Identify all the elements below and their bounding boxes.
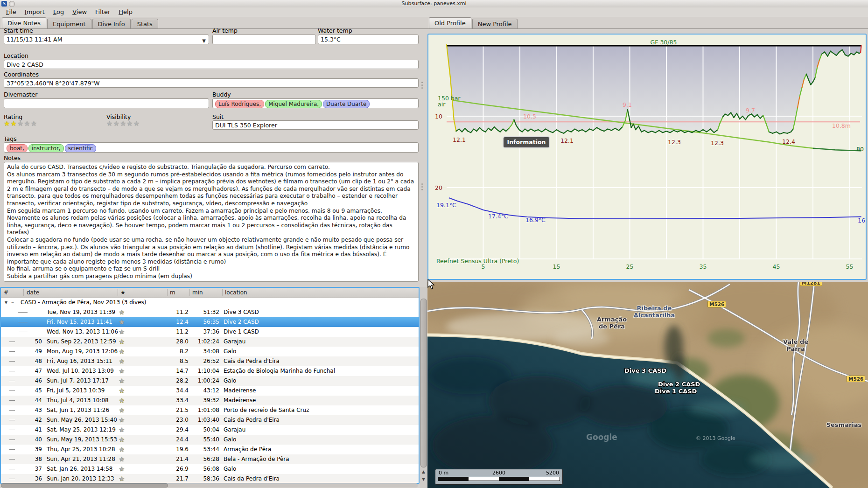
dive-site-label: Dive 1 CASD <box>655 388 697 395</box>
dive-row[interactable]: Tue, Nov 19, 2013 11:39★★★★★11.251:32Div… <box>1 307 419 317</box>
air-temp-input[interactable] <box>212 35 316 44</box>
dive-date: Mon, Aug 19, 2013 12:06 <box>47 347 118 356</box>
dive-location: Armação de Pêra <box>224 445 271 454</box>
svg-text:12.4: 12.4 <box>782 138 795 145</box>
coordinates-input[interactable]: 37°05'23.460"N 8°20'47.879"W <box>4 78 419 88</box>
svg-text:GF 30/85: GF 30/85 <box>651 39 677 46</box>
hscrollbar-thumb[interactable] <box>1 483 168 488</box>
col-depth[interactable]: m <box>170 288 175 297</box>
dive-site-map[interactable]: Google © 2013 Google 0 m 2600 5200 Armaç… <box>427 282 868 488</box>
dive-row[interactable]: 47Wed, Jul 10, 2013 13:09★★★★★14.71:10:0… <box>1 366 419 376</box>
dive-row[interactable]: 48Fri, Aug 16, 2013 15:11★★★★★8.526:52Ca… <box>1 356 419 366</box>
dive-date: Sat, Jun 1, 2013 11:26 <box>47 405 109 415</box>
col-location[interactable]: location <box>225 288 247 297</box>
dive-row[interactable]: 38Sun, Apr 21, 2013 11:28★★★★★21.456:28B… <box>1 454 419 464</box>
dive-row[interactable]: 46Sun, Jul 7, 2013 17:17★★★★★28.21:00:24… <box>1 376 419 386</box>
dive-row[interactable]: 44Thu, Jul 4, 2013 10:08★★★★★33.439:32Ma… <box>1 396 419 405</box>
dive-number: 46 <box>1 376 42 386</box>
dive-trip-group-row[interactable]: ▾ – CASD - Armação de Pêra, Nov 2013 (3 … <box>1 298 419 307</box>
dive-depth: 21.7 <box>167 474 189 484</box>
dive-row[interactable]: 40Sun, May 19, 2013 15:53★★★★★24.455:40G… <box>1 435 419 445</box>
dive-site-label: Dive 3 CASD <box>624 367 666 374</box>
col-date[interactable]: date <box>27 288 39 297</box>
dive-date: Sun, May 26, 2013 15:40 <box>47 415 117 425</box>
dive-row[interactable]: 41Sat, May 25, 2013 12:19★★★★★29.450:04G… <box>1 425 419 435</box>
air-temp-label: Air temp <box>212 27 238 34</box>
dive-depth: 21.5 <box>167 405 189 415</box>
menu-import[interactable]: Import <box>21 7 49 17</box>
rating-stars[interactable]: ★★★★★ <box>4 119 37 128</box>
star-icon: ★ <box>119 464 125 474</box>
map-place-label: Sesmarias <box>822 421 866 428</box>
location-input[interactable]: Dive 2 CASD <box>4 60 419 69</box>
dive-row[interactable]: 45Fri, Jul 5, 2013 10:39★★★★★34.443:12Ma… <box>1 386 419 396</box>
splitter-handle[interactable] <box>421 80 423 91</box>
menu-help[interactable]: Help <box>114 7 137 17</box>
dive-location: Garajau <box>224 337 245 347</box>
dive-row[interactable]: 42Sun, May 26, 2013 15:40★★★★★23.01:03:4… <box>1 415 419 425</box>
menu-filter[interactable]: Filter <box>91 7 114 17</box>
tab-stats[interactable]: Stats <box>132 19 158 28</box>
chevron-down-icon: ▼ <box>202 36 206 44</box>
col-num[interactable]: # <box>4 288 8 297</box>
tab-dive-info[interactable]: Dive Info <box>92 19 131 28</box>
dive-profile-chart[interactable]: GF 30/85150 barair102012.110.512.19.112.… <box>427 34 867 280</box>
menu-view[interactable]: View <box>68 7 91 17</box>
suit-input[interactable]: DUI TLS 350 Explorer <box>212 120 419 130</box>
visibility-stars[interactable]: ★★★★★ <box>106 119 140 128</box>
star-icon: ★ <box>119 356 125 366</box>
svg-text:35: 35 <box>700 263 707 270</box>
svg-text:Reefnet Sensus Ultra (Preto): Reefnet Sensus Ultra (Preto) <box>436 258 519 265</box>
tags-label: Tags <box>4 135 17 142</box>
dive-list[interactable]: # date ★ m min location ▾ – CASD - Armaç… <box>0 287 420 484</box>
dive-list-header[interactable]: # date ★ m min location <box>1 288 419 298</box>
start-time-combo[interactable]: 11/15/13 11:41 AM ▼ <box>4 35 209 44</box>
dive-location: Madeirense <box>224 396 256 405</box>
title-bar[interactable]: S Subsurface: paneves.xml <box>0 0 868 8</box>
dive-row[interactable]: Fri, Nov 15, 2013 11:41★★★★★12.456:35Div… <box>1 317 419 327</box>
star-icon: ★ <box>17 119 23 128</box>
dive-date: Sat, Jan 26, 2013 14:58 <box>47 464 112 474</box>
tags-input[interactable]: boat,instructor,scientific <box>4 142 419 153</box>
dive-date: Fri, Jul 5, 2013 10:39 <box>47 386 105 396</box>
dive-date: Fri, Nov 15, 2013 11:41 <box>47 317 112 327</box>
dive-location: Dive 3 CASD <box>224 307 259 317</box>
coordinates-label: Coordinates <box>4 71 39 78</box>
dive-location: Galo <box>224 376 236 386</box>
menu-log[interactable]: Log <box>49 7 68 17</box>
water-temp-input[interactable]: 15.3°C <box>318 35 419 44</box>
tab-equipment[interactable]: Equipment <box>47 19 91 28</box>
dive-row[interactable]: 37Sat, Jan 26, 2013 14:58★★★★★26.956:08G… <box>1 464 419 474</box>
dive-row[interactable]: 39Thu, Apr 25, 2013 10:28★★★★★19.653:44A… <box>1 445 419 454</box>
road-badge: M526 <box>707 301 726 307</box>
svg-text:16: 16 <box>858 217 865 224</box>
buddy-pill: Miguel Madureira, <box>265 100 322 108</box>
splitter-handle[interactable] <box>421 182 423 193</box>
dive-row[interactable]: 49Mon, Aug 19, 2013 12:06★★★★★8.234:08Ga… <box>1 347 419 356</box>
scroll-down-icon[interactable]: ▼ <box>420 476 427 483</box>
map-scale-bar: 0 m 2600 5200 <box>435 469 563 485</box>
menu-file[interactable]: File <box>2 7 21 17</box>
tab-old-profile[interactable]: Old Profile <box>429 17 471 28</box>
dive-row[interactable]: 43Sat, Jun 1, 2013 11:26★★★★★21.51:01:08… <box>1 405 419 415</box>
buddy-input[interactable]: Luís Rodrigues,Miguel Madureira,Duarte D… <box>212 98 419 108</box>
dive-number: 47 <box>1 366 42 376</box>
window-title: Subsurface: paneves.xml <box>0 0 868 7</box>
col-stars[interactable]: ★ <box>120 288 126 297</box>
tag-pill: scientific <box>65 144 96 153</box>
scroll-up-icon[interactable]: ▲ <box>420 468 427 475</box>
vscrollbar-thumb[interactable] <box>420 299 427 467</box>
notes-textarea[interactable]: Aula do curso CASD. Transectos c/video e… <box>4 162 419 282</box>
svg-text:10: 10 <box>435 113 442 120</box>
dive-depth: 11.2 <box>167 327 189 337</box>
collapse-arrow-icon[interactable]: ▾ <box>5 298 7 307</box>
star-icon: ★ <box>120 119 126 128</box>
divemaster-input[interactable] <box>4 98 209 108</box>
dive-row[interactable]: 36Sun, Jan 20, 2013 12:33★★★★★21.758:36C… <box>1 474 419 484</box>
dive-row[interactable]: 50Sun, Sep 22, 2013 12:59★★★★★28.01:02:2… <box>1 337 419 347</box>
dive-number: 38 <box>1 454 42 464</box>
window-menu-button[interactable] <box>9 1 15 7</box>
dive-row[interactable]: Wed, Nov 13, 2013 11:06★★★★★11.237:36Div… <box>1 327 419 337</box>
col-duration[interactable]: min <box>192 288 203 297</box>
tab-new-profile[interactable]: New Profile <box>472 19 518 28</box>
